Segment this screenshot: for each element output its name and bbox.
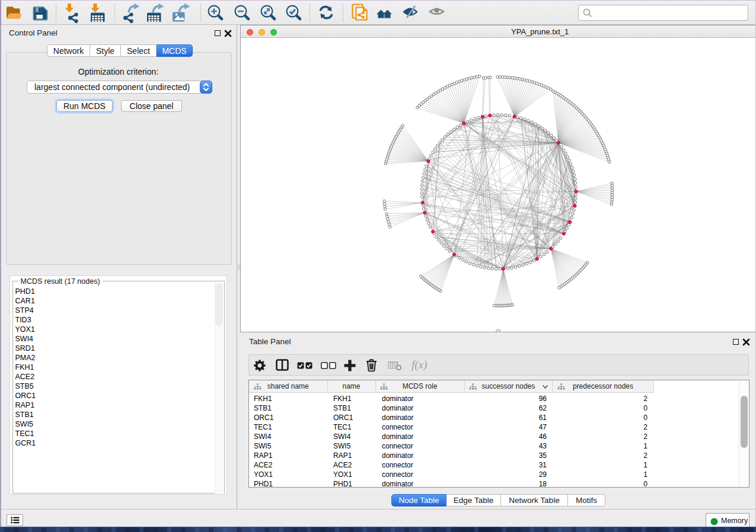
svg-text:f(x): f(x) [412, 358, 427, 371]
